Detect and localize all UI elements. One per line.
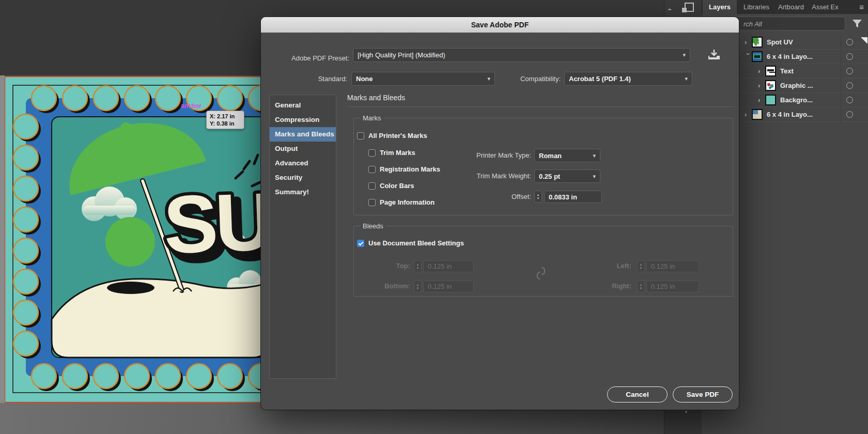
expand-chevron-icon[interactable]: ›: [745, 111, 752, 118]
section-compression[interactable]: Compression: [270, 113, 336, 127]
artboards-icon[interactable]: [680, 2, 695, 15]
chevron-down-icon: ▾: [683, 52, 686, 58]
offset-stepper[interactable]: ▲ ▼: [534, 191, 542, 203]
save-pdf-button[interactable]: Save PDF: [673, 386, 733, 402]
coordinate-tooltip: X: 2.17 in Y: 0.38 in: [206, 111, 244, 129]
layer-thumbnail[interactable]: [765, 80, 776, 91]
all-printers-marks-row[interactable]: All Printer's Marks: [357, 132, 427, 140]
tab-artboard[interactable]: Artboard: [774, 0, 808, 14]
marks-group-label: Marks: [360, 114, 383, 122]
target-circle-icon[interactable]: [846, 82, 853, 89]
tab-libraries[interactable]: Libraries: [739, 0, 774, 14]
standard-value: None: [356, 75, 373, 83]
dialog-section-list: General Compression Marks and Bleeds Out…: [269, 95, 336, 379]
expand-chevron-icon[interactable]: ›: [758, 67, 765, 75]
search-input[interactable]: rch All: [734, 17, 845, 30]
expand-chevron-icon[interactable]: ›: [758, 96, 765, 104]
offset-label: Offset:: [354, 190, 531, 204]
tab-asset-export[interactable]: Asset Ex: [808, 0, 842, 14]
bleed-top-label: Top:: [354, 260, 410, 272]
collapse-chevron-icon[interactable]: ›: [664, 8, 673, 11]
all-printers-marks-checkbox[interactable]: [357, 132, 364, 140]
bleed-right-stepper: ▲▼: [637, 281, 645, 292]
stepper-down-icon[interactable]: ▼: [535, 197, 541, 200]
preset-dropdown[interactable]: [High Quality Print] (Modified) ▾: [353, 48, 690, 62]
checkbox-label: Use Document Bleed Settings: [368, 239, 464, 247]
bleed-top-stepper: ▲▼: [414, 260, 422, 272]
bleed-right-field: 0.125 in: [646, 281, 699, 292]
section-summary[interactable]: Summary!: [270, 185, 336, 199]
layer-name[interactable]: 6 x 4 in Layo...: [767, 111, 813, 118]
trim-mark-weight-label: Trim Mark Weight:: [354, 169, 531, 183]
illustrator-app: SUM SUM anchor X: 2.17 in Y: 0.38 in › L…: [0, 0, 868, 434]
layer-thumbnail[interactable]: [752, 109, 763, 120]
target-circle-icon[interactable]: [846, 53, 853, 60]
printer-mark-type-dropdown[interactable]: Roman ▾: [534, 149, 600, 162]
panel-menu-icon[interactable]: ≡: [859, 3, 864, 11]
expand-chevron-icon[interactable]: ›: [745, 38, 752, 46]
artwork-headline: SUM: [162, 174, 269, 271]
stamp-artwork: SUM SUM: [0, 0, 269, 434]
filter-icon[interactable]: [851, 18, 863, 29]
section-output[interactable]: Output: [270, 142, 336, 156]
layer-name[interactable]: Graphic ...: [780, 82, 813, 89]
tooltip-x: X: 2.17 in: [210, 113, 241, 120]
target-circle-icon[interactable]: [846, 68, 853, 74]
color-bars-row[interactable]: Color Bars: [368, 182, 414, 190]
layer-name[interactable]: 6 x 4 in Layo...: [767, 53, 813, 60]
layer-thumbnail[interactable]: [765, 66, 776, 76]
trim-mark-weight-dropdown[interactable]: 0.25 pt ▾: [534, 169, 600, 183]
save-preset-icon[interactable]: [706, 48, 722, 63]
bleed-top-field: 0.125 in: [423, 260, 474, 272]
target-circle-icon[interactable]: [846, 39, 853, 45]
preset-value: [High Quality Print] (Modified): [358, 51, 445, 59]
anchor-label: anchor: [181, 102, 202, 110]
save-adobe-pdf-dialog: Save Adobe PDF Adobe PDF Preset: [High Q…: [261, 17, 739, 410]
tooltip-y: Y: 0.38 in: [210, 120, 241, 127]
standard-dropdown[interactable]: None ▾: [351, 72, 495, 86]
broken-link-icon: [535, 266, 547, 281]
standard-label: Standard:: [261, 72, 347, 86]
tab-layers[interactable]: Layers: [703, 0, 737, 14]
target-circle-icon[interactable]: [846, 97, 853, 103]
section-advanced[interactable]: Advanced: [270, 156, 336, 171]
checkbox-label: All Printer's Marks: [368, 132, 427, 140]
section-general[interactable]: General: [270, 98, 336, 113]
chevron-down-icon: ▾: [487, 75, 490, 82]
dialog-title: Save Adobe PDF: [261, 17, 739, 33]
checkbox-label: Color Bars: [380, 182, 414, 190]
dock-handle-dot[interactable]: [685, 411, 687, 413]
panel-corner-triangle: [861, 37, 867, 44]
layer-thumbnail[interactable]: [765, 95, 776, 105]
offset-field[interactable]: 0.0833 in: [544, 191, 602, 203]
heading-divider: [347, 106, 735, 107]
target-circle-icon[interactable]: [846, 111, 853, 118]
layer-thumbnail[interactable]: [752, 37, 763, 48]
section-security[interactable]: Security: [270, 171, 336, 185]
expand-chevron-icon[interactable]: ›: [758, 82, 765, 89]
canvas-left-edge: [0, 75, 5, 403]
use-document-bleed-checkbox[interactable]: [357, 240, 364, 247]
section-marks-and-bleeds[interactable]: Marks and Bleeds: [270, 127, 336, 142]
chevron-down-icon: ▾: [593, 152, 596, 159]
color-bars-checkbox[interactable]: [368, 182, 376, 190]
layer-name[interactable]: Text: [780, 67, 794, 75]
layer-name[interactable]: Spot UV: [767, 38, 793, 46]
layer-name[interactable]: Backgro...: [780, 96, 813, 104]
target-column-divider: [841, 35, 841, 123]
chevron-down-icon: ▾: [685, 75, 688, 82]
chevron-down-icon: ▾: [593, 173, 596, 180]
trim-mark-weight-value: 0.25 pt: [539, 173, 560, 180]
layer-thumbnail[interactable]: [752, 51, 763, 62]
preset-label: Adobe PDF Preset:: [261, 51, 349, 65]
bleed-left-label: Left:: [576, 260, 631, 272]
bleed-bottom-label: Bottom:: [354, 280, 410, 292]
stepper-up-icon[interactable]: ▲: [535, 193, 541, 197]
bleed-right-label: Right:: [576, 280, 631, 292]
collapse-chevron-icon[interactable]: ›: [745, 53, 752, 60]
compatibility-dropdown[interactable]: Acrobat 5 (PDF 1.4) ▾: [564, 72, 692, 86]
use-document-bleed-row[interactable]: Use Document Bleed Settings: [357, 239, 464, 247]
bleed-left-stepper: ▲▼: [637, 260, 645, 272]
bleed-left-field: 0.125 in: [646, 260, 699, 272]
cancel-button[interactable]: Cancel: [607, 386, 668, 402]
